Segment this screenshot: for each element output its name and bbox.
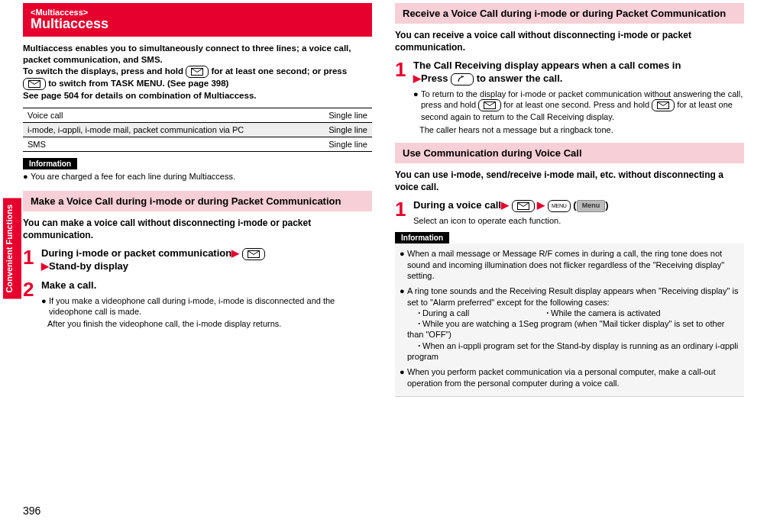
text-fragment: When an i-αppli program set for the Stan… xyxy=(407,341,738,361)
table-cell: i-mode, i-αppli, i-mode mail, packet com… xyxy=(23,122,279,137)
table-row: i-mode, i-αppli, i-mode mail, packet com… xyxy=(23,122,372,137)
intro-line-1: Multiaccess enables you to simultaneousl… xyxy=(23,44,351,64)
arrow-icon: ▶ xyxy=(231,247,239,259)
arrow-icon: ▶ xyxy=(413,73,421,84)
sub-case: ･When an i-αppli program set for the Sta… xyxy=(407,341,738,361)
step-number: 1 xyxy=(23,247,41,267)
table-row: SMS Single line xyxy=(23,137,372,151)
section-lead: You can use i-mode, send/receive i-mode … xyxy=(395,169,744,193)
text-fragment: A ring tone sounds and the Receiving Res… xyxy=(407,286,738,306)
step-number: 1 xyxy=(395,60,413,79)
text-fragment: During a call xyxy=(422,308,545,318)
information-label: Information xyxy=(23,158,77,169)
info-text: You are charged a fee for each line duri… xyxy=(31,171,235,182)
step-text: During i-mode or packet communication xyxy=(41,247,231,259)
sub-case: ･While you are watching a 1Seg program (… xyxy=(407,319,724,339)
bullet-dot-icon: ● xyxy=(41,295,49,318)
mail-key-icon xyxy=(242,248,265,260)
dot-icon: ･ xyxy=(416,308,422,318)
page-number: 396 xyxy=(23,505,40,517)
step-number: 2 xyxy=(23,279,41,299)
step-sub-item: ● To return to the display for i-mode or… xyxy=(413,89,744,123)
step-sub-text: Select an icon to operate each function. xyxy=(413,215,744,226)
section-heading: Receive a Voice Call during i-mode or du… xyxy=(395,3,744,24)
step-sub-item: ● If you make a videophone call during i… xyxy=(41,295,372,318)
info-item: ● When you perform packet communication … xyxy=(400,366,739,389)
main-header: <Multiaccess> Multiaccess xyxy=(23,3,372,37)
arrow-icon: ▶ xyxy=(41,260,49,272)
sidebar-section-tab: Convenient Functions xyxy=(3,198,21,299)
bullet-dot-icon: ● xyxy=(413,89,421,123)
table-cell: Single line xyxy=(279,108,372,122)
mail-key-icon xyxy=(512,200,535,212)
intro-line-2c: to switch from TASK MENU. (See page 398) xyxy=(48,79,228,88)
step-1: 1 The Call Receiving display appears whe… xyxy=(395,60,744,135)
table-cell: Single line xyxy=(279,122,372,137)
intro-line-2b: for at least one second; or press xyxy=(211,66,347,76)
line-table: Voice call Single line i-mode, i-αppli, … xyxy=(23,108,372,152)
step-sub-text: To return to the display for i-mode or p… xyxy=(421,89,744,123)
table-cell: SMS xyxy=(23,137,279,151)
step-text: Make a call. xyxy=(41,279,96,291)
intro-line-3: See page 504 for details on combination … xyxy=(23,91,256,100)
info-item: ● When a mail message or Message R/F com… xyxy=(400,248,739,281)
text-fragment: While you are watching a 1Seg program (w… xyxy=(407,319,724,339)
step-body: During i-mode or packet communication▶ ▶… xyxy=(41,247,372,273)
info-item: ● A ring tone sounds and the Receiving R… xyxy=(400,285,739,362)
section-heading: Make a Voice Call during i-mode or durin… xyxy=(23,191,372,211)
step-text: The Call Receiving display appears when … xyxy=(413,60,681,71)
mail-key-icon xyxy=(23,78,46,90)
arrow-icon: ▶ xyxy=(501,199,509,211)
info-text: When a mail message or Message R/F comes… xyxy=(407,248,739,281)
step-number: 1 xyxy=(395,199,413,219)
section-lead: You can receive a voice call without dis… xyxy=(395,30,744,53)
arrow-icon: ▶ xyxy=(537,199,545,211)
right-column: Receive a Voice Call during i-mode or du… xyxy=(395,3,744,406)
dot-icon: ･ xyxy=(545,308,551,318)
step-body: The Call Receiving display appears when … xyxy=(413,60,744,135)
bullet-dot-icon: ● xyxy=(400,285,407,362)
dot-icon: ･ xyxy=(416,340,422,351)
step-body: During a voice call▶ ▶ MENU (Menu) Selec… xyxy=(413,199,744,226)
step-1: 1 During i-mode or packet communication▶… xyxy=(23,247,372,273)
menu-key-icon: MENU xyxy=(548,200,571,212)
text-fragment: While the camera is activated xyxy=(551,308,661,318)
section-lead: You can make a voice call without discon… xyxy=(23,218,372,241)
step-text: Stand-by display xyxy=(49,260,128,272)
step-body: Make a call. ● If you make a videophone … xyxy=(41,279,372,330)
info-text: A ring tone sounds and the Receiving Res… xyxy=(407,285,739,362)
call-key-icon xyxy=(451,73,474,85)
intro-line-2a: To switch the displays, press and hold xyxy=(23,66,186,76)
info-text: When you perform packet communication vi… xyxy=(407,366,739,389)
step-text: Press xyxy=(421,73,451,84)
information-label: Information xyxy=(395,232,449,243)
step-1: 1 During a voice call▶ ▶ MENU (Menu) Sel… xyxy=(395,199,744,226)
bullet-dot-icon: ● xyxy=(23,171,31,182)
dot-icon: ･ xyxy=(416,318,422,329)
step-2: 2 Make a call. ● If you make a videophon… xyxy=(23,279,372,330)
bullet-dot-icon: ● xyxy=(400,366,407,389)
menu-softkey-icon: Menu xyxy=(577,200,606,212)
mail-key-icon xyxy=(186,66,209,78)
left-column: <Multiaccess> Multiaccess Multiaccess en… xyxy=(23,3,372,406)
mail-key-icon xyxy=(652,99,675,111)
step-sub-text: If you make a videophone call during i-m… xyxy=(49,295,372,318)
table-row: Voice call Single line xyxy=(23,108,372,122)
mail-key-icon xyxy=(478,99,501,111)
intro-paragraph: Multiaccess enables you to simultaneousl… xyxy=(23,43,372,102)
text-fragment: for at least one second. Press and hold xyxy=(503,100,652,109)
information-block: Information ● You are charged a fee for … xyxy=(23,158,372,182)
sub-case: ･During a call･While the camera is activ… xyxy=(407,308,661,318)
section-heading: Use Communication during Voice Call xyxy=(395,143,744,163)
step-sub-text: The caller hears not a message but a rin… xyxy=(413,124,744,135)
header-title: Multiaccess xyxy=(31,17,364,32)
step-sub-text: After you finish the videophone call, th… xyxy=(41,318,372,329)
info-item: ● You are charged a fee for each line du… xyxy=(23,171,372,182)
bullet-dot-icon: ● xyxy=(400,248,407,281)
table-cell: Single line xyxy=(279,137,372,151)
step-text: to answer the call. xyxy=(477,73,563,84)
step-text: During a voice call xyxy=(413,199,501,211)
information-block: Information ● When a mail message or Mes… xyxy=(395,232,744,397)
table-cell: Voice call xyxy=(23,108,279,122)
